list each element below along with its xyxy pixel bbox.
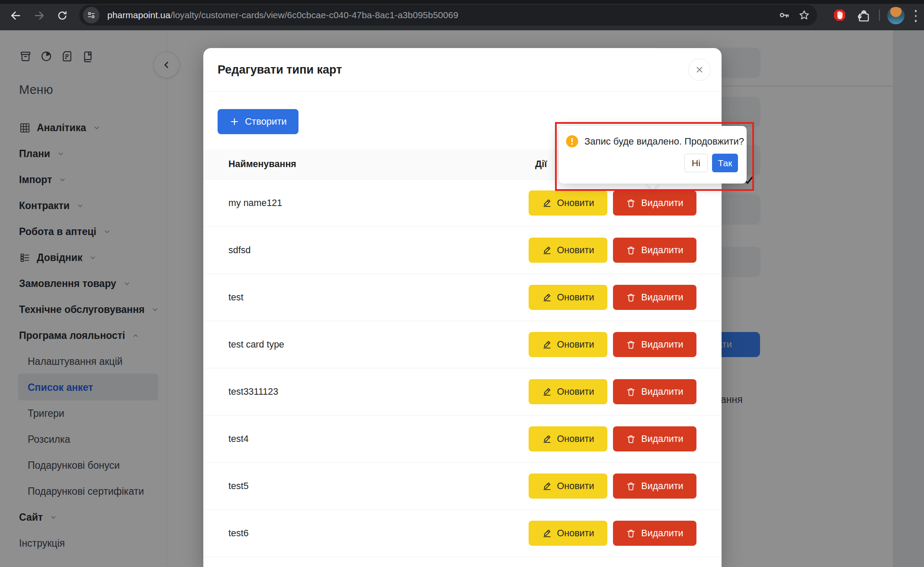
card-type-name: sdfsd bbox=[228, 245, 529, 256]
modal-title: Редагувати типи карт bbox=[218, 63, 342, 77]
back-button[interactable] bbox=[10, 10, 22, 22]
screenshot-root: pharmapoint.ua/loyalty/customer-cards/vi… bbox=[0, 0, 924, 567]
delete-button[interactable]: Видалити bbox=[613, 521, 696, 546]
confirm-yes-button[interactable]: Так bbox=[712, 154, 738, 172]
card-type-name: test3311123 bbox=[228, 387, 529, 397]
trash-icon bbox=[626, 434, 636, 444]
popconfirm-message: Запис буде видалено. Продовжити? bbox=[584, 135, 744, 148]
delete-button[interactable]: Видалити bbox=[613, 285, 696, 310]
delete-button[interactable]: Видалити bbox=[613, 379, 696, 404]
card-types-table: Найменування Дії my name121 Оновити Вида… bbox=[203, 149, 722, 557]
url-domain: pharmapoint.ua bbox=[107, 10, 170, 20]
table-row: sdfsd Оновити Видалити bbox=[203, 227, 722, 274]
trash-icon bbox=[626, 528, 636, 538]
close-button[interactable] bbox=[688, 58, 711, 81]
card-type-name: test6 bbox=[228, 528, 529, 539]
card-type-name: my name121 bbox=[228, 198, 529, 209]
edit-pencil-icon bbox=[542, 340, 552, 350]
site-settings-icon[interactable] bbox=[83, 7, 99, 23]
plus-icon bbox=[229, 116, 240, 127]
card-type-name: test4 bbox=[228, 434, 529, 445]
update-button[interactable]: Оновити bbox=[529, 426, 607, 451]
url-text: pharmapoint.ua/loyalty/customer-cards/vi… bbox=[107, 10, 458, 20]
delete-button[interactable]: Видалити bbox=[613, 238, 696, 263]
reload-button[interactable] bbox=[56, 10, 68, 22]
edit-pencil-icon bbox=[542, 481, 552, 491]
confirm-no-button[interactable]: Ні bbox=[684, 154, 708, 172]
trash-icon bbox=[626, 198, 636, 208]
delete-button[interactable]: Видалити bbox=[613, 190, 696, 216]
update-button[interactable]: Оновити bbox=[529, 474, 607, 499]
update-button[interactable]: Оновити bbox=[529, 379, 607, 404]
edit-pencil-icon bbox=[542, 245, 552, 255]
trash-icon bbox=[626, 481, 636, 491]
bookmark-star-icon[interactable] bbox=[798, 9, 810, 21]
update-button[interactable]: Оновити bbox=[529, 521, 607, 546]
delete-button[interactable]: Видалити bbox=[613, 474, 696, 499]
update-button[interactable]: Оновити bbox=[529, 285, 607, 310]
update-button[interactable]: Оновити bbox=[529, 332, 607, 357]
profile-avatar[interactable] bbox=[887, 7, 905, 24]
table-row: test6 Оновити Видалити bbox=[203, 510, 722, 557]
trash-icon bbox=[626, 340, 636, 350]
toolbar-separator bbox=[879, 10, 880, 21]
browser-toolbar: pharmapoint.ua/loyalty/customer-cards/vi… bbox=[0, 0, 924, 30]
table-row: test Оновити Видалити bbox=[203, 274, 722, 321]
table-row: my name121 Оновити Видалити bbox=[203, 180, 722, 227]
trash-icon bbox=[626, 245, 636, 255]
url-path: /loyalty/customer-cards/view/6c0cbcae-c0… bbox=[170, 10, 458, 20]
delete-button[interactable]: Видалити bbox=[613, 332, 696, 357]
trash-icon bbox=[626, 293, 636, 303]
card-type-name: test bbox=[228, 292, 529, 303]
adblock-hand-icon[interactable] bbox=[833, 8, 847, 22]
edit-pencil-icon bbox=[542, 198, 552, 208]
edit-pencil-icon bbox=[542, 528, 552, 538]
window-frame bbox=[0, 0, 924, 4]
trash-icon bbox=[626, 387, 636, 397]
update-button[interactable]: Оновити bbox=[529, 238, 607, 263]
modal-header: Редагувати типи карт bbox=[203, 48, 722, 92]
card-type-name: test5 bbox=[228, 481, 529, 492]
card-type-name: test card type bbox=[228, 339, 529, 350]
table-row: test card type Оновити Видалити bbox=[203, 321, 722, 368]
table-row: test3311123 Оновити Видалити bbox=[203, 368, 722, 416]
delete-confirm-popover: Запис буде видалено. Продовжити? Ні Так bbox=[559, 126, 747, 184]
table-row: test5 Оновити Видалити bbox=[203, 463, 722, 510]
edit-pencil-icon bbox=[542, 387, 552, 397]
forward-button[interactable] bbox=[33, 10, 45, 22]
table-row: test4 Оновити Видалити bbox=[203, 416, 722, 463]
chrome-menu-icon[interactable] bbox=[913, 9, 919, 23]
url-bar[interactable]: pharmapoint.ua/loyalty/customer-cards/vi… bbox=[79, 5, 817, 26]
app-viewport: Меню Аналітика Плани Імпорт Контракти Ро… bbox=[0, 30, 924, 567]
column-actions-header: Дії bbox=[535, 159, 547, 170]
create-button[interactable]: Створити bbox=[218, 109, 298, 134]
delete-button[interactable]: Видалити bbox=[613, 426, 696, 451]
column-name-header: Найменування bbox=[228, 159, 296, 170]
edit-pencil-icon bbox=[542, 434, 552, 444]
edit-pencil-icon bbox=[542, 293, 552, 303]
update-button[interactable]: Оновити bbox=[529, 190, 607, 216]
warning-icon bbox=[566, 135, 578, 148]
password-key-icon[interactable] bbox=[778, 9, 790, 21]
extensions-puzzle-icon[interactable] bbox=[857, 9, 871, 23]
